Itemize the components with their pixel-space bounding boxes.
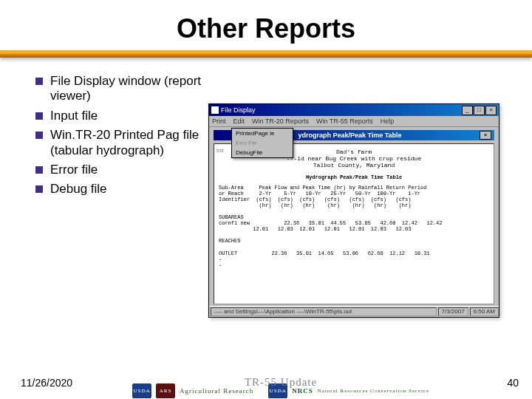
report-columns: Sub-Area Peak Flow and Peak Time (hr) by… [219, 185, 489, 268]
titlebar[interactable]: File Display _ □ × [209, 104, 499, 116]
status-time: 6:50 AM [470, 307, 499, 316]
menu-edit[interactable]: Edit [233, 117, 245, 125]
slide-title: Other Reports [0, 0, 532, 44]
ars-logo-icon: ARS [156, 383, 175, 398]
maximize-button[interactable]: □ [474, 106, 485, 115]
footer-date: 11/26/2020 [21, 377, 72, 389]
menu-item-debugfile[interactable]: DebugFile [232, 148, 293, 157]
inner-close-button[interactable]: × [480, 131, 491, 140]
ars-text: Agricultural Research [180, 387, 253, 395]
file-display-window: File Display _ □ × Print Edit Win TR-20 … [208, 103, 499, 318]
menu-wintr20[interactable]: Win TR-20 Reports [252, 117, 309, 125]
window-title: File Display [221, 106, 256, 114]
statusbar: ---- and Settings\---\Application ----\W… [209, 306, 499, 317]
list-item-label: Win.TR-20 Printed Pag file (tabular hydr… [50, 128, 199, 157]
menubar: Print Edit Win TR-20 Reports Win TR-55 R… [209, 116, 499, 127]
bullet-icon [35, 166, 43, 174]
list-item-label: Debug file [50, 182, 107, 196]
bullet-icon [35, 132, 43, 139]
bullet-icon [35, 112, 43, 120]
list-item: Debug file [35, 182, 213, 197]
list-item: Win.TR-20 Printed Pag file (tabular hydr… [35, 128, 213, 158]
list-item: Error file [35, 163, 213, 177]
inner-title: ydrograph Peak/Peak Time Table [298, 132, 401, 139]
footer-logos: USDA ARS Agricultural Research USDA NRCS… [72, 382, 489, 389]
menu-help[interactable]: Help [381, 117, 395, 125]
list-item: Input file [35, 109, 213, 123]
footer: 11/26/2020 USDA ARS Agricultural Researc… [0, 377, 532, 389]
usda-logo-icon: USDA [132, 383, 151, 398]
title-rule [0, 50, 532, 58]
bullet-list: File Display window (report viewer) Inpu… [35, 74, 213, 202]
menu-print[interactable]: Print [212, 117, 226, 125]
tnd-label: tnd [216, 148, 224, 153]
minimize-button[interactable]: _ [462, 106, 473, 115]
dropdown-menu: PrintedPage le Erro Fle DebugFile [231, 128, 293, 158]
report-line3: Talbot County, Maryland [219, 162, 489, 168]
menu-item-errorfile[interactable]: Erro Fle [232, 138, 293, 148]
bullet-icon [35, 78, 43, 85]
nrcs-text: Natural Resources Conservation Service [318, 388, 429, 394]
report-viewer[interactable]: tnd Dad's farm ---ld near Bug Creek with… [214, 143, 494, 304]
menu-wintr55[interactable]: Win TR-55 Reports [316, 117, 373, 125]
page-number: 40 [489, 377, 519, 389]
list-item-label: Input file [50, 109, 98, 123]
status-date: 7/3/2007 [438, 307, 468, 316]
list-item: File Display window (report viewer) [35, 74, 213, 104]
close-button[interactable]: × [485, 106, 497, 115]
menu-item-printedpage[interactable]: PrintedPage le [232, 129, 293, 138]
list-item-label: Error file [50, 163, 98, 177]
app-icon [211, 106, 219, 114]
list-item-label: File Display window (report viewer) [50, 74, 201, 103]
status-path: ---- and Settings\---\Application ----\W… [211, 307, 437, 316]
report-section-title: Hydrograph Peak/Peak Time Table [219, 174, 489, 180]
bullet-icon [35, 185, 43, 193]
